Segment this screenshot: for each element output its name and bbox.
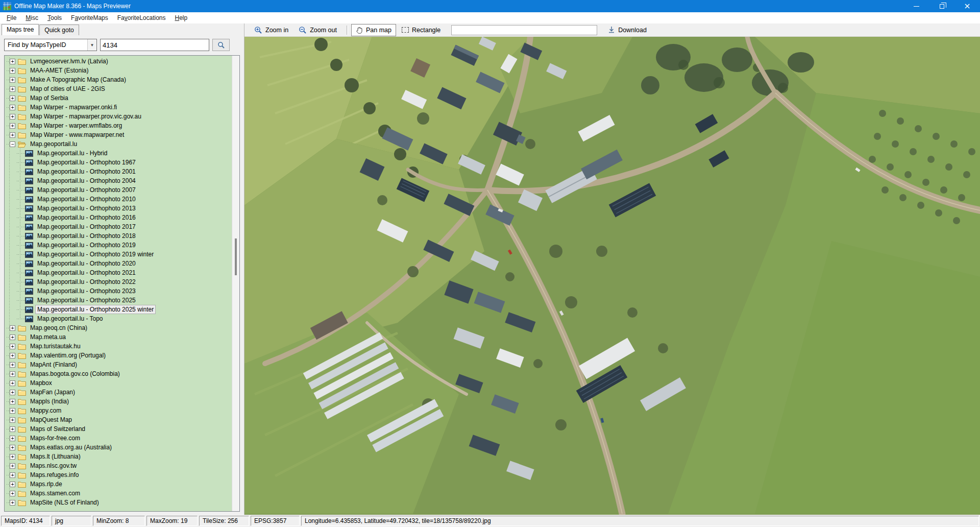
tree-item[interactable]: Map.geoportail.lu - Hybrid (5, 149, 232, 158)
expander-toggle[interactable] (10, 77, 15, 83)
tree-item[interactable]: Mappls (India) (5, 397, 232, 406)
expander-toggle[interactable] (10, 380, 15, 386)
restore-button[interactable] (929, 0, 954, 12)
close-button[interactable]: × (954, 0, 980, 12)
tree-item[interactable]: Map.valentim.org (Portugal) (5, 351, 232, 360)
expander-toggle[interactable] (10, 500, 15, 506)
expander-toggle[interactable] (10, 371, 15, 377)
tree-item[interactable]: Map Warper - warper.wmflabs.org (5, 121, 232, 130)
tree-item[interactable]: Map.geoportail.lu - Orthophoto 2017 (5, 222, 232, 231)
expander-toggle[interactable] (10, 408, 15, 414)
tree-item[interactable]: Map.geoportail.lu - Orthophoto 2021 (5, 268, 232, 277)
expander-toggle[interactable] (10, 353, 15, 358)
tree-item[interactable]: Mappy.com (5, 406, 232, 415)
map-canvas[interactable] (244, 37, 980, 515)
maps-tree[interactable]: Lvmgeoserver.lvm.lv (Latvia) MAA-AMET (E… (5, 56, 232, 511)
tree-item[interactable]: Maps.stamen.com (5, 489, 232, 498)
expander-toggle[interactable] (10, 491, 15, 496)
tree-item[interactable]: Map Warper - mapwarper.onki.fi (5, 103, 232, 112)
tree-item[interactable]: Map of Serbia (5, 93, 232, 103)
tree-item[interactable]: Map Warper - www.mapwarper.net (5, 130, 232, 139)
tree-item[interactable]: Map.turistautak.hu (5, 342, 232, 351)
tree-item[interactable]: Map.geoq.cn (China) (5, 323, 232, 332)
tree-scrollbar[interactable] (232, 56, 239, 511)
expander-toggle[interactable] (10, 482, 15, 487)
find-by-combobox[interactable]: Find by MapsTypeID ▼ (4, 39, 97, 51)
expander-toggle[interactable] (10, 417, 15, 423)
expander-toggle[interactable] (10, 325, 15, 331)
expander-toggle[interactable] (10, 114, 15, 119)
toolbar-input[interactable] (451, 25, 597, 35)
expander-toggle[interactable] (10, 445, 15, 450)
tree-item[interactable]: Map.geoportail.lu - Orthophoto 2019 wint… (5, 250, 232, 259)
scrollbar-thumb[interactable] (235, 238, 237, 275)
tree-item[interactable]: MapQuest Map (5, 415, 232, 424)
tree-item[interactable]: MapSite (NLS of Finland) (5, 498, 232, 507)
tree-item[interactable]: MAA-AMET (Estonia) (5, 66, 232, 75)
tree-item[interactable]: Maps.refuges.info (5, 470, 232, 480)
menu-item[interactable]: Tools (43, 13, 66, 23)
expander-toggle[interactable] (10, 95, 15, 101)
expander-toggle[interactable] (10, 344, 15, 349)
search-button[interactable] (212, 39, 230, 51)
rectangle-button[interactable]: Rectangle (397, 25, 445, 36)
expander-toggle[interactable] (10, 399, 15, 404)
tree-item[interactable]: Make A Topographic Map (Canada) (5, 75, 232, 84)
menu-item[interactable]: FavoriteMaps (66, 13, 113, 23)
tree-item[interactable]: Map.geoportail.lu - Orthophoto 2025 (5, 296, 232, 305)
menu-item[interactable]: Misc (21, 13, 43, 23)
zoom-in-button[interactable]: Zoom in (250, 24, 293, 36)
tree-item[interactable]: Map.geoportail.lu - Orthophoto 2013 (5, 204, 232, 213)
tree-item[interactable]: Mapas.bogota.gov.co (Colombia) (5, 369, 232, 378)
tree-item[interactable]: Map.geoportail.lu - Topo (5, 314, 232, 323)
tree-item[interactable]: Maps.rlp.de (5, 480, 232, 489)
expander-toggle[interactable] (10, 426, 15, 432)
tree-item[interactable]: Maps of Switzerland (5, 424, 232, 434)
tree-item[interactable]: Maps.nlsc.gov.tw (5, 461, 232, 470)
tree-item[interactable]: Map.geoportail.lu - Orthophoto 2022 (5, 277, 232, 286)
tree-item[interactable]: Map.geoportail.lu - Orthophoto 2016 (5, 213, 232, 222)
expander-toggle[interactable] (10, 390, 15, 395)
chevron-down-icon[interactable]: ▼ (87, 39, 96, 51)
pan-map-button[interactable]: Pan map (351, 24, 396, 36)
tree-item[interactable]: Map.geoportail.lu - Orthophoto 2018 (5, 231, 232, 241)
menu-item[interactable]: File (2, 13, 21, 23)
menu-item[interactable]: FavoriteLocations (113, 13, 170, 23)
tree-item[interactable]: Map.geoportail.lu - Orthophoto 2019 (5, 241, 232, 250)
expander-toggle[interactable] (10, 334, 15, 340)
menu-item[interactable]: Help (170, 13, 192, 23)
tree-item[interactable]: Map.geoportail.lu (5, 139, 232, 149)
download-button[interactable]: Download (603, 24, 651, 36)
tree-item[interactable]: Mapbox (5, 378, 232, 388)
tab-maps-tree[interactable]: Maps tree (2, 24, 39, 35)
expander-toggle[interactable] (10, 105, 15, 110)
tree-item[interactable]: Map.geoportail.lu - Orthophoto 2004 (5, 176, 232, 185)
tree-item[interactable]: Map.geoportail.lu - Orthophoto 2010 (5, 195, 232, 204)
expander-toggle[interactable] (10, 123, 15, 129)
tree-item[interactable]: Map.geoportail.lu - Orthophoto 1967 (5, 158, 232, 167)
tree-item[interactable]: Maps.eatlas.org.au (Australia) (5, 443, 232, 452)
expander-toggle[interactable] (10, 132, 15, 138)
tree-item[interactable]: Map.geoportail.lu - Orthophoto 2007 (5, 185, 232, 195)
expander-toggle[interactable] (10, 463, 15, 469)
expander-toggle[interactable] (10, 59, 15, 64)
tree-item[interactable]: MapFan (Japan) (5, 388, 232, 397)
tree-item[interactable]: MapAnt (Finland) (5, 360, 232, 369)
tree-item[interactable]: Map.geoportail.lu - Orthophoto 2023 (5, 286, 232, 296)
tree-item[interactable]: Map.geoportail.lu - Orthophoto 2025 wint… (5, 305, 232, 314)
expander-toggle[interactable] (10, 472, 15, 478)
tree-item[interactable]: Map.meta.ua (5, 332, 232, 342)
expander-toggle[interactable] (10, 454, 15, 460)
search-input[interactable] (100, 39, 209, 51)
zoom-out-button[interactable]: Zoom out (294, 24, 341, 36)
minimize-button[interactable] (903, 0, 929, 12)
expander-toggle[interactable] (10, 141, 15, 147)
expander-toggle[interactable] (10, 86, 15, 92)
tree-item[interactable]: Lvmgeoserver.lvm.lv (Latvia) (5, 57, 232, 66)
expander-toggle[interactable] (10, 436, 15, 441)
tab-quick-goto[interactable]: Quick goto (39, 25, 79, 35)
tree-item[interactable]: Maps-for-free.com (5, 434, 232, 443)
tree-item[interactable]: Map.geoportail.lu - Orthophoto 2001 (5, 167, 232, 176)
expander-toggle[interactable] (10, 68, 15, 74)
expander-toggle[interactable] (10, 362, 15, 368)
